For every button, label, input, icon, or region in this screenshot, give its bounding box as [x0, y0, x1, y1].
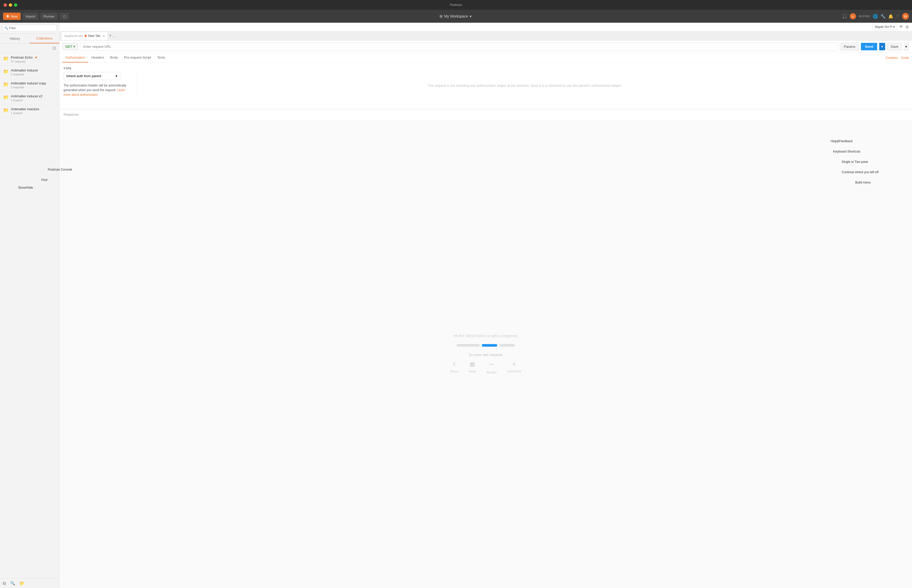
- tab-dot: [85, 35, 87, 37]
- request-tab-right: Cookies Code: [886, 56, 909, 60]
- collection-name: Postman Echo ★: [11, 55, 56, 59]
- sync-badge: ◎: [850, 13, 856, 19]
- sidebar-bottom: ⊟ 🔍 📁: [0, 578, 59, 588]
- send-button[interactable]: Send: [861, 43, 877, 50]
- new-button-label: New: [11, 15, 18, 18]
- traffic-lights: [3, 3, 17, 7]
- collection-count: 1 request: [11, 99, 56, 102]
- collection-name: Antimatter reactors: [11, 107, 56, 111]
- request-bar: GET ▾ Params Send ▾ Save ▾: [59, 40, 912, 53]
- auth-description: The authorization header will be automat…: [63, 83, 132, 97]
- add-tab-button[interactable]: +: [109, 33, 112, 39]
- do-more-item[interactable]: 〜 Monitor: [486, 361, 497, 374]
- response-label: Response: [63, 113, 79, 116]
- tabs-bar: nayahscifi.com New Tab ✕ + ...: [59, 31, 912, 40]
- params-button[interactable]: Params: [841, 43, 859, 51]
- maximize-button[interactable]: [14, 3, 17, 7]
- method-selector[interactable]: GET ▾: [63, 43, 78, 50]
- main-content: Nayah Sci Fi ▾ 👁 ⚙ nayahscifi.com New Ta…: [59, 23, 912, 588]
- main-toolbar: ✚ New Import Runner ⬡ ⊞ My Workspace ▾ 🎧…: [0, 10, 912, 23]
- import-button[interactable]: Import: [23, 13, 39, 20]
- auth-left: TYPE Inherit auth from parent ▾ The auth…: [59, 63, 137, 109]
- tab-tests[interactable]: Tests: [154, 53, 168, 63]
- avatar[interactable]: H: [902, 13, 909, 19]
- do-more-icon: ⇧: [452, 361, 457, 368]
- heart-icon[interactable]: ♡: [896, 14, 900, 19]
- interceptor-button[interactable]: ⬡: [60, 13, 69, 20]
- do-more-label: Monitor: [486, 371, 497, 374]
- workspace-label: My Workspace: [444, 14, 468, 18]
- progress-mid: [482, 344, 497, 347]
- tab-pre-request[interactable]: Pre-request Script: [121, 53, 154, 63]
- folder-bottom-icon[interactable]: 📁: [19, 581, 24, 586]
- tab-collections[interactable]: Collections: [30, 34, 59, 44]
- env-name: Nayah Sci Fi: [875, 25, 893, 29]
- plus-icon: ✚: [6, 14, 9, 18]
- tab-close-icon[interactable]: ✕: [103, 34, 105, 38]
- tab-domain: nayahscifi.com: [64, 34, 83, 37]
- headphones-icon[interactable]: 🎧: [842, 14, 847, 19]
- auth-right: This request is not inheriting any autho…: [137, 63, 912, 109]
- eye-icon[interactable]: 👁: [899, 24, 903, 29]
- runner-button[interactable]: Runner: [40, 13, 58, 20]
- cookies-link[interactable]: Cookies: [886, 56, 898, 60]
- env-select[interactable]: Nayah Sci Fi ▾: [873, 24, 897, 30]
- response-section: Response: [59, 109, 912, 120]
- sidebar-toggle-icon[interactable]: ⊟: [3, 581, 6, 586]
- search-icon: 🔍: [4, 26, 8, 30]
- do-more-label: Share: [450, 370, 458, 373]
- wrench-icon[interactable]: 🔧: [881, 14, 886, 19]
- chevron-down-icon: ▾: [893, 25, 895, 29]
- settings-icon[interactable]: ⚙: [905, 24, 909, 29]
- new-button[interactable]: ✚ New: [3, 13, 21, 20]
- collection-item[interactable]: 📁 Antimatter inducer 2 requests: [0, 66, 59, 79]
- do-more-item[interactable]: ⇧ Share: [450, 361, 458, 374]
- save-arrow-button[interactable]: ▾: [904, 43, 909, 51]
- workspace-center: ⊞ My Workspace ▾: [71, 14, 840, 18]
- do-more-item[interactable]: ≡ Document: [507, 361, 521, 374]
- auth-info-text: This request is not inheriting any autho…: [137, 73, 912, 99]
- collection-name: Antimatter inducer.v2: [11, 94, 56, 98]
- tab-body[interactable]: Body: [107, 53, 121, 63]
- do-more-grid: ⇧ Share ▦ Mock 〜 Monitor ≡ Document: [450, 361, 521, 374]
- sidebar-actions: ⊡: [0, 44, 59, 53]
- collection-item[interactable]: 📁 Antimatter reactors 1 request: [0, 105, 59, 118]
- save-button[interactable]: Save: [887, 43, 902, 51]
- sidebar: 🔍 History Collections ⊡ 📁 Postman Echo ★…: [0, 23, 59, 588]
- tab-history[interactable]: History: [0, 34, 30, 44]
- minimize-button[interactable]: [9, 3, 12, 7]
- collection-item[interactable]: 📁 Postman Echo ★ 37 requests: [0, 53, 59, 66]
- bell-icon[interactable]: 🔔: [888, 14, 893, 19]
- sidebar-tabs: History Collections: [0, 34, 59, 44]
- new-folder-button[interactable]: ⊡: [52, 45, 57, 51]
- active-tab[interactable]: nayahscifi.com New Tab ✕: [61, 32, 108, 40]
- collection-count: 2 requests: [11, 73, 56, 76]
- progress-left: [457, 344, 480, 347]
- folder-icon: 📁: [3, 69, 9, 74]
- app-title: Postman: [450, 3, 462, 7]
- do-more-label: Document: [507, 370, 521, 373]
- close-button[interactable]: [3, 3, 7, 7]
- method-chevron-icon: ▾: [73, 45, 75, 48]
- sync-status: IN SYNC: [859, 15, 870, 18]
- collection-name: Antimatter inducer: [11, 68, 56, 72]
- send-arrow-button[interactable]: ▾: [879, 43, 885, 50]
- title-bar: Postman: [0, 0, 912, 10]
- collection-item[interactable]: 📁 Antimatter inducer.v2 1 request: [0, 92, 59, 105]
- find-icon[interactable]: 🔍: [10, 581, 15, 586]
- url-input[interactable]: [80, 43, 838, 51]
- folder-icon: 📁: [3, 56, 9, 61]
- tab-authorization[interactable]: Authorization: [63, 53, 88, 63]
- workspace-button[interactable]: ⊞ My Workspace ▾: [439, 14, 471, 18]
- collection-info: Antimatter inducer.v2 1 request: [11, 94, 56, 102]
- type-chevron-icon: ▾: [116, 74, 118, 78]
- collection-item[interactable]: 📁 Antimatter inducer copy 2 requests: [0, 79, 59, 92]
- filter-input[interactable]: [3, 25, 56, 31]
- tab-headers[interactable]: Headers: [88, 53, 107, 63]
- do-more-item[interactable]: ▦ Mock: [469, 361, 476, 374]
- globe-icon[interactable]: 🌐: [873, 14, 878, 19]
- type-select[interactable]: Inherit auth from parent ▾: [63, 72, 120, 80]
- collection-list: 📁 Postman Echo ★ 37 requests 📁 Antimatte…: [0, 53, 59, 578]
- code-link[interactable]: Code: [901, 56, 909, 60]
- more-tabs-button[interactable]: ...: [113, 34, 116, 38]
